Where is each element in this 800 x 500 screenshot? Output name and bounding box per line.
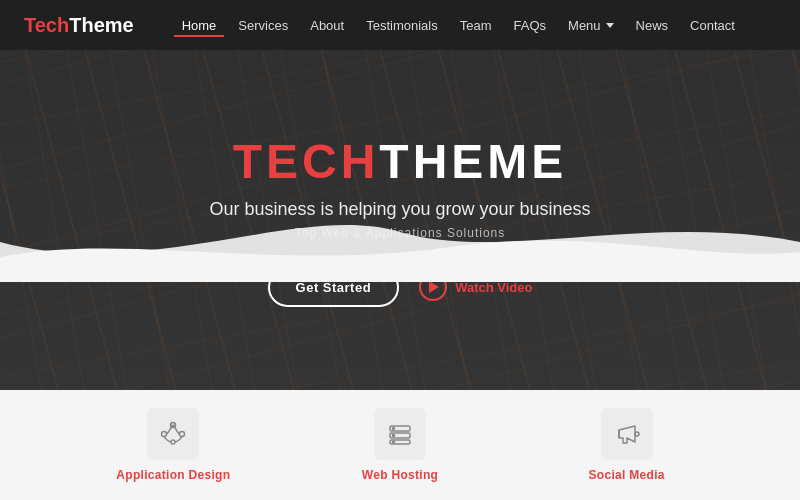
nav-item-home[interactable]: Home xyxy=(174,16,225,34)
nav-item-menu[interactable]: Menu xyxy=(560,14,622,37)
svg-point-10 xyxy=(635,432,639,436)
feature-icon-box-0 xyxy=(147,408,199,460)
feature-item-2: Social Media xyxy=(513,408,740,482)
nav-item-about[interactable]: About xyxy=(302,16,352,34)
nav-link-services[interactable]: Services xyxy=(230,14,296,37)
hero-title-part2: THEME xyxy=(379,135,567,188)
nav-item-faqs[interactable]: FAQs xyxy=(506,16,555,34)
svg-point-1 xyxy=(180,432,185,437)
svg-point-8 xyxy=(393,435,395,437)
logo[interactable]: TechTheme xyxy=(24,14,134,37)
navbar: TechTheme Home Services About Testimonia… xyxy=(0,0,800,50)
feature-icon-box-1 xyxy=(374,408,426,460)
wave-divider xyxy=(0,202,800,282)
web-hosting-icon xyxy=(386,420,414,448)
nav-link-news[interactable]: News xyxy=(628,14,677,37)
chevron-down-icon xyxy=(606,23,614,28)
feature-label-0: Application Design xyxy=(116,468,230,482)
nav-item-team[interactable]: Team xyxy=(452,16,500,34)
social-media-icon xyxy=(613,420,641,448)
nav-item-testimonials[interactable]: Testimonials xyxy=(358,16,446,34)
feature-label-1: Web Hosting xyxy=(362,468,438,482)
application-design-icon xyxy=(159,420,187,448)
nav-link-home[interactable]: Home xyxy=(174,14,225,37)
features-section: Application Design Web Hosting xyxy=(0,390,800,500)
nav-item-contact[interactable]: Contact xyxy=(682,16,743,34)
feature-label-2: Social Media xyxy=(589,468,665,482)
feature-item-1: Web Hosting xyxy=(287,408,514,482)
svg-point-3 xyxy=(171,440,175,444)
hero-title: TECHTHEME xyxy=(209,134,590,189)
logo-part2: Theme xyxy=(69,14,133,36)
nav-link-contact[interactable]: Contact xyxy=(682,14,743,37)
nav-links: Home Services About Testimonials Team FA… xyxy=(174,14,743,37)
svg-point-9 xyxy=(393,441,395,443)
nav-link-menu[interactable]: Menu xyxy=(560,14,622,37)
hero-section: TECHTHEME Our business is helping you gr… xyxy=(0,0,800,390)
nav-link-testimonials[interactable]: Testimonials xyxy=(358,14,446,37)
svg-point-0 xyxy=(162,432,167,437)
nav-link-about[interactable]: About xyxy=(302,14,352,37)
feature-item-0: Application Design xyxy=(60,408,287,482)
logo-part1: Tech xyxy=(24,14,69,36)
nav-link-team[interactable]: Team xyxy=(452,14,500,37)
hero-title-part1: TECH xyxy=(233,135,380,188)
svg-point-7 xyxy=(393,428,395,430)
nav-item-services[interactable]: Services xyxy=(230,16,296,34)
play-triangle xyxy=(429,281,439,293)
nav-link-faqs[interactable]: FAQs xyxy=(506,14,555,37)
feature-icon-box-2 xyxy=(601,408,653,460)
nav-item-news[interactable]: News xyxy=(628,16,677,34)
